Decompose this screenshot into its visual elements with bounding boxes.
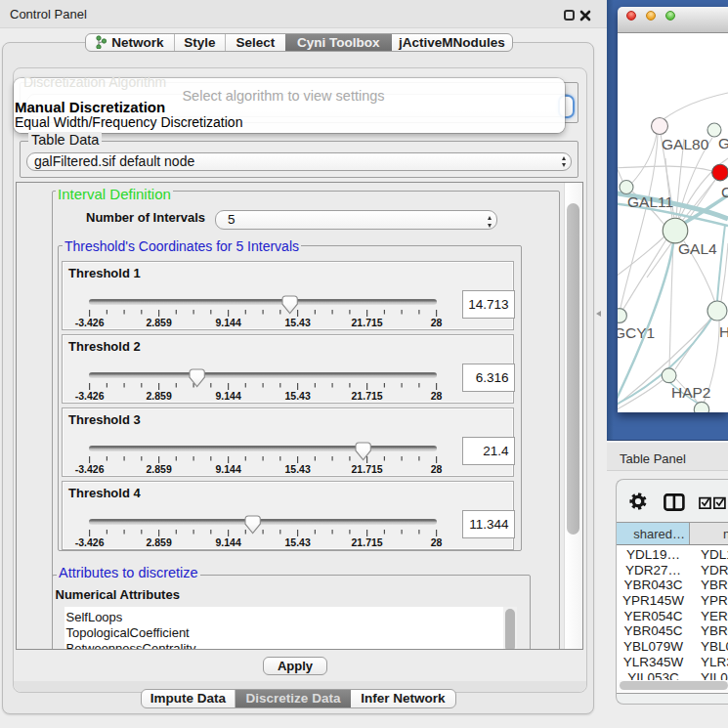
svg-text:GAL4: GAL4 <box>678 240 717 257</box>
svg-text:HAP2: HAP2 <box>671 384 711 401</box>
svg-text:GCY1: GCY1 <box>618 324 655 341</box>
svg-text:GAL80: GAL80 <box>662 136 709 152</box>
svg-text:C: C <box>721 184 728 200</box>
svg-text:H: H <box>719 323 728 340</box>
svg-text:GAL11: GAL11 <box>627 193 673 210</box>
svg-text:GA: GA <box>718 135 728 151</box>
